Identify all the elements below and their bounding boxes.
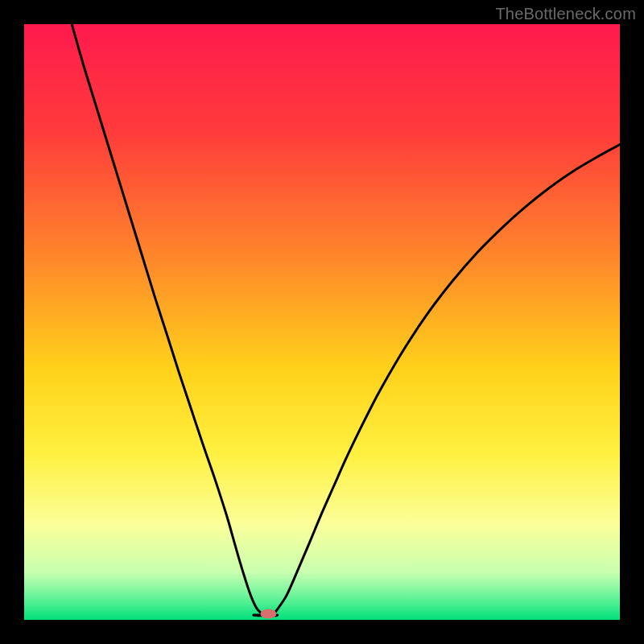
optimum-marker <box>260 609 276 619</box>
chart-frame: TheBottleneck.com <box>0 0 644 644</box>
gradient-background <box>24 24 620 620</box>
bottleneck-chart <box>24 24 620 620</box>
watermark-text: TheBottleneck.com <box>495 5 636 23</box>
plot-area <box>24 24 620 620</box>
